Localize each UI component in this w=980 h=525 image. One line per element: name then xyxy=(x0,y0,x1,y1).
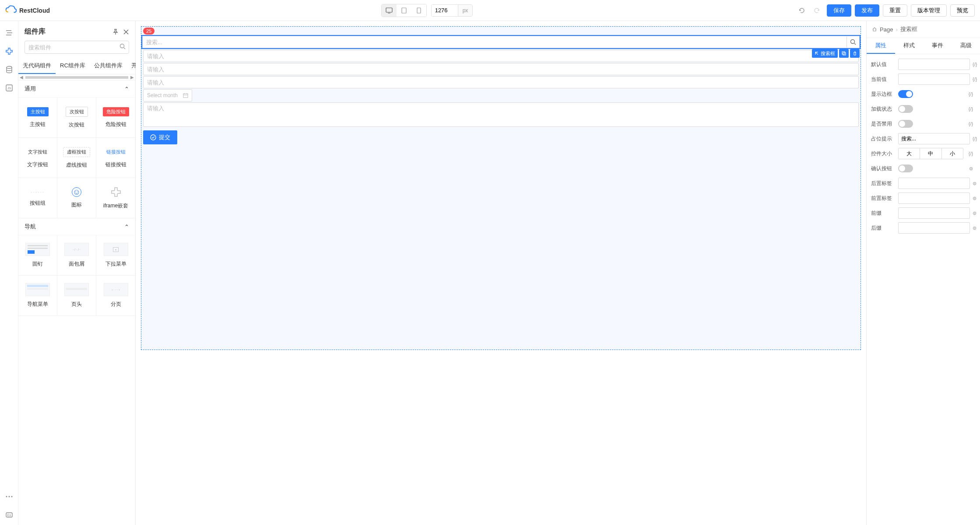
rail-lang-icon[interactable]: En xyxy=(4,510,14,520)
component-dropdown[interactable]: ▾下拉菜单 xyxy=(96,235,135,276)
component-pagination[interactable]: ‹ · · · ›分页 xyxy=(96,276,135,316)
canvas-input-3[interactable] xyxy=(143,76,859,88)
component-icon[interactable]: ☺图标 xyxy=(57,178,96,218)
size-large[interactable]: 大 xyxy=(899,148,920,159)
svg-point-11 xyxy=(8,496,10,497)
size-medium[interactable]: 中 xyxy=(920,148,941,159)
bind-icon[interactable]: {/} xyxy=(973,62,977,67)
canvas[interactable]: 25 搜索框 Select month xyxy=(141,26,861,350)
expr-icon[interactable]: ⊜ xyxy=(973,196,976,201)
publish-button[interactable]: 发布 xyxy=(855,4,879,17)
component-primary-button[interactable]: 主按钮主按钮 xyxy=(18,98,57,138)
input-default-value[interactable] xyxy=(898,59,970,70)
rail-components-icon[interactable] xyxy=(4,46,14,56)
input-placeholder[interactable] xyxy=(898,133,970,144)
breadcrumb-root[interactable]: Page xyxy=(880,26,893,33)
component-menu[interactable]: 导航菜单 xyxy=(18,276,57,316)
rail-outline-icon[interactable] xyxy=(4,28,14,38)
pin-icon[interactable] xyxy=(112,29,119,35)
switch-loading[interactable] xyxy=(898,105,913,113)
rail-js-icon[interactable]: JS xyxy=(4,83,14,93)
puzzle-icon xyxy=(110,186,122,198)
tab-advanced[interactable]: 高级 xyxy=(952,38,980,54)
section-general-header[interactable]: 通用 ⌃ xyxy=(18,80,135,98)
canvas-input-1[interactable] xyxy=(143,50,859,62)
component-dashed-button[interactable]: 虚框按钮虚线按钮 xyxy=(57,138,96,178)
preview-button[interactable]: 预览 xyxy=(950,4,975,17)
close-icon[interactable] xyxy=(123,29,129,35)
svg-point-10 xyxy=(6,496,7,497)
expr-icon[interactable]: ⊜ xyxy=(973,225,976,231)
component-button-group[interactable]: ······按钮组 xyxy=(18,178,57,218)
canvas-width-input[interactable] xyxy=(432,5,458,16)
component-text-button[interactable]: 文字按钮文字按钮 xyxy=(18,138,57,178)
brand-name: RestCloud xyxy=(19,7,50,14)
library-search-input[interactable] xyxy=(25,41,129,54)
copy-tool[interactable] xyxy=(839,49,849,58)
tab-scrollbar[interactable] xyxy=(25,76,128,79)
tab-events[interactable]: 事件 xyxy=(924,38,952,54)
canvas-badge: 25 xyxy=(143,28,155,35)
bind-icon[interactable]: {/} xyxy=(966,121,976,126)
redo-button[interactable] xyxy=(811,4,823,17)
save-button[interactable]: 保存 xyxy=(827,4,851,17)
bind-icon[interactable]: {/} xyxy=(966,151,976,156)
logo: RestCloud xyxy=(5,5,50,16)
section-nav-header[interactable]: 导航 ⌃ xyxy=(18,218,135,235)
bind-icon[interactable]: {/} xyxy=(966,106,976,112)
canvas-textarea[interactable] xyxy=(143,102,859,127)
version-button[interactable]: 版本管理 xyxy=(911,4,947,17)
device-mobile[interactable] xyxy=(411,4,426,17)
undo-button[interactable] xyxy=(795,4,808,17)
switch-disabled[interactable] xyxy=(898,120,913,128)
switch-show-border[interactable] xyxy=(898,90,913,98)
tab-public[interactable]: 公共组件库 xyxy=(90,58,127,74)
canvas-month-picker[interactable]: Select month xyxy=(143,89,192,102)
component-affix[interactable]: 固钉 xyxy=(18,235,57,276)
svg-rect-23 xyxy=(183,94,188,98)
canvas-search-button[interactable] xyxy=(847,36,860,48)
tab-rc[interactable]: RC组件库 xyxy=(56,58,90,74)
input-prefix[interactable] xyxy=(898,207,970,219)
breadcrumb-home-icon[interactable] xyxy=(872,27,877,32)
canvas-search-input[interactable] xyxy=(142,36,847,48)
tab-props[interactable]: 属性 xyxy=(867,38,895,54)
expr-icon[interactable]: ⊜ xyxy=(973,210,976,216)
component-iframe[interactable]: iframe嵌套 xyxy=(96,178,135,218)
canvas-search-box[interactable]: 搜索框 xyxy=(142,36,860,48)
input-prefix-label[interactable] xyxy=(898,192,970,204)
input-current-value[interactable] xyxy=(898,74,970,85)
bind-icon[interactable]: {/} xyxy=(973,136,977,141)
device-desktop[interactable] xyxy=(382,4,397,17)
component-page-header[interactable]: 页头 xyxy=(57,276,96,316)
reset-button[interactable]: 重置 xyxy=(883,4,907,17)
logo-icon xyxy=(5,5,17,16)
component-link-button[interactable]: 链接按钮链接按钮 xyxy=(96,138,135,178)
calendar-icon xyxy=(183,93,188,98)
canvas-input-2[interactable] xyxy=(143,63,859,75)
tab-scroll-left[interactable]: ◀ xyxy=(18,75,25,80)
component-secondary-button[interactable]: 次按钮次按钮 xyxy=(57,98,96,138)
component-breadcrumb[interactable]: · / · / ·面包屑 xyxy=(57,235,96,276)
rail-more-icon[interactable] xyxy=(4,492,14,501)
input-suffix[interactable] xyxy=(898,222,970,234)
switch-confirm-btn[interactable] xyxy=(898,164,913,172)
tab-scroll-right[interactable]: ▶ xyxy=(129,75,135,80)
tab-nocode[interactable]: 无代码组件 xyxy=(18,58,56,74)
expr-icon[interactable]: ⊜ xyxy=(973,181,976,186)
device-tablet[interactable] xyxy=(397,4,411,17)
expr-icon[interactable]: ⊜ xyxy=(966,166,976,172)
property-tabs: 属性 样式 事件 高级 xyxy=(867,38,980,54)
bind-icon[interactable]: {/} xyxy=(966,91,976,97)
rail-data-icon[interactable] xyxy=(4,65,14,74)
component-danger-button[interactable]: 危险按钮危险按钮 xyxy=(96,98,135,138)
input-suffix-label[interactable] xyxy=(898,178,970,189)
device-toggles xyxy=(381,4,427,17)
search-icon[interactable] xyxy=(119,43,126,49)
tab-style[interactable]: 样式 xyxy=(895,38,924,54)
delete-tool[interactable] xyxy=(850,49,860,58)
canvas-submit-button[interactable]: 提交 xyxy=(143,130,177,144)
select-parent-tool[interactable]: 搜索框 xyxy=(812,49,838,58)
bind-icon[interactable]: {/} xyxy=(973,77,977,82)
size-small[interactable]: 小 xyxy=(942,148,963,159)
